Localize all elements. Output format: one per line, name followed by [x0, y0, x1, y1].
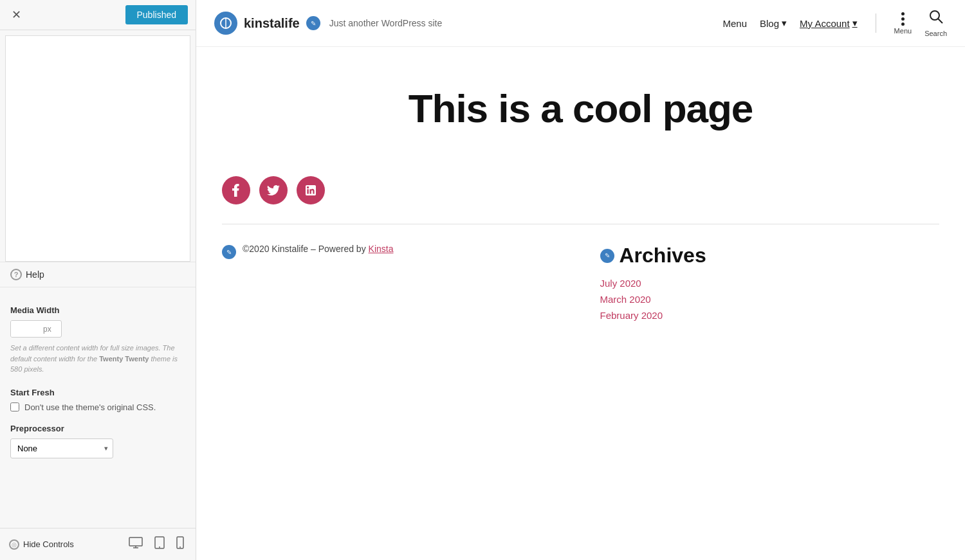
menu-label: Menu — [894, 27, 912, 35]
footer-copy: ©2020 Kinstalife – Powered by Kinsta — [243, 244, 393, 254]
archive-item-july[interactable]: July 2020 — [600, 278, 940, 289]
preview-area — [5, 35, 190, 262]
site-header: kinstalife ✎ Just another WordPress site… — [196, 0, 965, 47]
nav-search-group: Search — [924, 9, 947, 37]
archives-header: ✎ Archives — [600, 244, 940, 267]
help-icon: ? — [10, 269, 22, 280]
mobile-icon[interactable] — [174, 535, 187, 554]
nav-divider — [876, 14, 876, 33]
linkedin-icon[interactable] — [297, 176, 325, 204]
archives-edit-icon[interactable]: ✎ — [600, 249, 614, 263]
svg-point-6 — [179, 546, 181, 548]
top-bar: ✕ Published — [0, 0, 196, 30]
published-button[interactable]: Published — [125, 5, 188, 24]
social-icons-row — [196, 163, 965, 224]
right-panel: kinstalife ✎ Just another WordPress site… — [196, 0, 965, 560]
archives-list: July 2020 March 2020 February 2020 — [600, 278, 940, 321]
px-input-wrapper: px — [10, 320, 62, 338]
preprocessor-label: Preprocessor — [10, 424, 185, 433]
archive-item-march[interactable]: March 2020 — [600, 294, 940, 305]
nav-my-account[interactable]: My Account ▾ — [800, 17, 858, 29]
px-unit: px — [43, 325, 55, 334]
nav-blog[interactable]: Blog ▾ — [760, 17, 787, 29]
svg-rect-0 — [129, 537, 142, 546]
hide-icon: ◎ — [9, 539, 19, 550]
twitter-icon[interactable] — [259, 176, 288, 204]
site-branding: kinstalife ✎ Just another WordPress site — [214, 12, 442, 35]
page-title: This is a cool page — [222, 86, 939, 131]
menu-dots-icon[interactable] — [901, 12, 905, 26]
page-title-section: This is a cool page — [196, 47, 965, 163]
brand-edit-icon[interactable]: ✎ — [306, 16, 320, 30]
blog-chevron-icon: ▾ — [782, 17, 787, 29]
media-width-input[interactable] — [11, 321, 43, 337]
site-nav: Menu Blog ▾ My Account ▾ Menu — [723, 9, 948, 37]
svg-point-4 — [159, 546, 160, 548]
nav-menu-group: Menu — [894, 12, 912, 35]
close-button[interactable]: ✕ — [8, 6, 25, 23]
help-label: Help — [26, 269, 44, 280]
start-fresh-label: Start Fresh — [10, 388, 185, 397]
start-fresh-checkbox[interactable] — [10, 402, 19, 411]
site-footer: ✎ ©2020 Kinstalife – Powered by Kinsta ✎… — [196, 224, 965, 334]
hide-controls-label: Hide Controls — [23, 539, 74, 549]
device-icons — [126, 535, 187, 554]
media-width-hint: Set a different content width for full s… — [10, 343, 185, 375]
facebook-icon[interactable] — [222, 176, 250, 204]
tablet-icon[interactable] — [152, 535, 167, 554]
brand-name: kinstalife — [244, 16, 300, 31]
bottom-bar: ◎ Hide Controls — [0, 528, 196, 560]
archive-item-february[interactable]: February 2020 — [600, 310, 940, 321]
dont-use-css-label: Don't use the theme's original CSS. — [24, 402, 156, 412]
panel-body: Media Width px Set a different content w… — [0, 287, 196, 528]
account-chevron-icon: ▾ — [852, 17, 858, 29]
footer-right: ✎ Archives July 2020 March 2020 February… — [600, 244, 940, 321]
footer-left: ✎ ©2020 Kinstalife – Powered by Kinsta — [222, 244, 562, 321]
footer-edit-icon[interactable]: ✎ — [222, 245, 236, 259]
media-width-label: Media Width — [10, 305, 185, 315]
site-tagline: Just another WordPress site — [329, 18, 443, 28]
archives-title: Archives — [620, 244, 706, 267]
brand-logo — [214, 12, 237, 35]
help-row[interactable]: ? Help — [0, 262, 196, 287]
search-label: Search — [924, 30, 947, 37]
svg-line-10 — [938, 19, 942, 23]
left-panel: ✕ Published ? Help Media Width px Set a … — [0, 0, 196, 560]
preprocessor-wrapper: None Sass Less ▾ — [10, 438, 113, 458]
kinsta-link[interactable]: Kinsta — [369, 244, 394, 254]
search-icon[interactable] — [928, 9, 944, 28]
nav-menu[interactable]: Menu — [723, 18, 748, 29]
start-fresh-row: Don't use the theme's original CSS. — [10, 402, 185, 412]
preprocessor-select[interactable]: None Sass Less — [10, 438, 113, 458]
svg-point-9 — [930, 11, 939, 20]
site-content: This is a cool page — [196, 47, 965, 560]
hide-controls-button[interactable]: ◎ Hide Controls — [9, 539, 74, 550]
desktop-icon[interactable] — [126, 536, 145, 553]
